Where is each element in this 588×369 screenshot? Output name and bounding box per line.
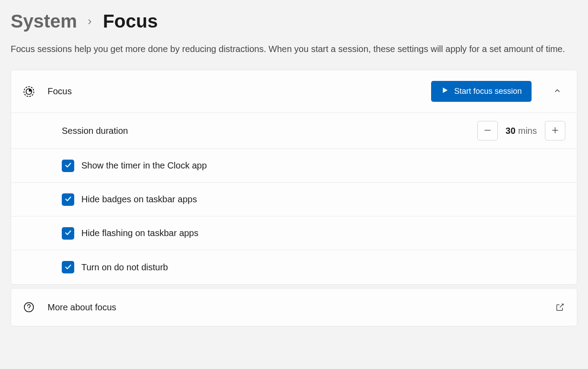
checkmark-icon [64, 229, 72, 238]
svg-point-7 [28, 309, 29, 310]
decrease-duration-button[interactable] [477, 121, 498, 140]
session-duration-label: Session duration [62, 126, 477, 136]
show-timer-label: Show the timer in the Clock app [81, 160, 565, 171]
play-icon [441, 86, 449, 96]
hide-badges-checkbox[interactable] [62, 193, 74, 206]
breadcrumb: System Focus [11, 11, 577, 32]
show-timer-row[interactable]: Show the timer in the Clock app [11, 149, 577, 183]
focus-panel-header[interactable]: Focus Start focus session [11, 70, 577, 113]
duration-unit: mins [518, 126, 537, 136]
duration-value: 30 mins [498, 126, 545, 136]
session-duration-row: Session duration 30 mins [11, 113, 577, 149]
duration-number: 30 [506, 126, 516, 136]
chevron-right-icon [86, 15, 94, 29]
checkmark-icon [64, 195, 72, 204]
chevron-up-icon [553, 87, 561, 96]
start-focus-session-label: Start focus session [454, 87, 522, 96]
focus-panel: Focus Start focus session Session durati… [11, 70, 577, 285]
page-title: Focus [103, 11, 158, 32]
hide-flashing-row[interactable]: Hide flashing on taskbar apps [11, 217, 577, 250]
increase-duration-button[interactable] [545, 121, 565, 140]
more-about-focus-label: More about focus [48, 302, 542, 313]
focus-icon [23, 85, 35, 98]
dnd-row[interactable]: Turn on do not disturb [11, 250, 577, 284]
start-focus-session-button[interactable]: Start focus session [431, 81, 532, 102]
hide-badges-row[interactable]: Hide badges on taskbar apps [11, 183, 577, 217]
dnd-label: Turn on do not disturb [81, 262, 565, 273]
svg-marker-2 [443, 88, 448, 93]
duration-stepper: 30 mins [477, 121, 565, 140]
help-icon [23, 301, 35, 313]
hide-badges-label: Hide badges on taskbar apps [81, 194, 565, 205]
hide-flashing-label: Hide flashing on taskbar apps [81, 228, 565, 238]
open-external-icon [555, 302, 565, 313]
show-timer-checkbox[interactable] [62, 160, 74, 172]
page-description: Focus sessions help you get more done by… [11, 43, 571, 56]
minus-icon [483, 126, 492, 136]
breadcrumb-parent-link[interactable]: System [11, 11, 77, 32]
more-about-focus-link[interactable]: More about focus [11, 288, 577, 326]
svg-line-8 [560, 304, 563, 307]
collapse-button[interactable] [549, 84, 565, 100]
focus-section-title: Focus [48, 86, 419, 96]
checkmark-icon [64, 263, 72, 272]
hide-flashing-checkbox[interactable] [62, 227, 74, 240]
dnd-checkbox[interactable] [62, 261, 74, 273]
plus-icon [551, 126, 560, 136]
checkmark-icon [64, 161, 72, 170]
